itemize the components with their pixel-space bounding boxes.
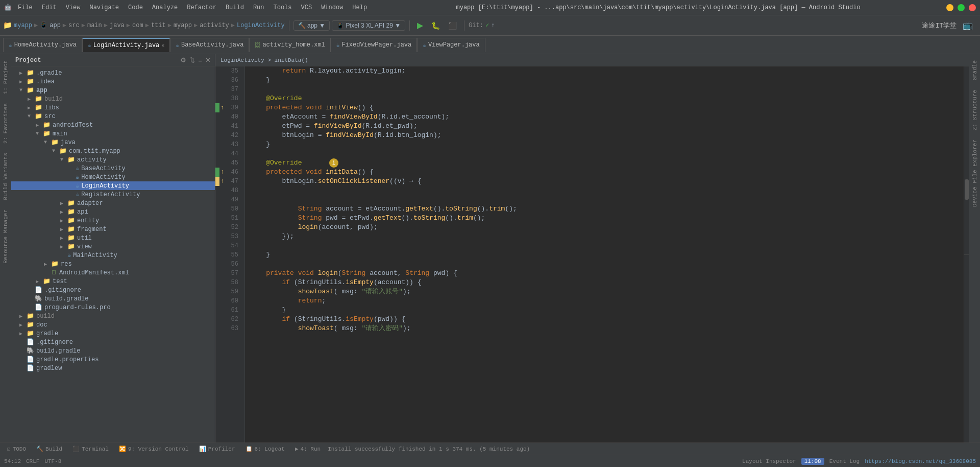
tree-item-api[interactable]: ▶ 📁 api xyxy=(11,207,215,216)
tree-item-build[interactable]: ▶ 📁 build xyxy=(11,95,215,103)
title-bar-controls[interactable] xyxy=(946,4,976,11)
tree-item-idea[interactable]: ▶ 📁 .idea xyxy=(11,77,215,86)
menu-build[interactable]: Build xyxy=(223,3,247,12)
logcat-tab[interactable]: 📋 6: Logcat xyxy=(242,443,288,455)
sidebar-tab-build-variants[interactable]: Build Variants xyxy=(1,149,10,204)
status-position[interactable]: 54:12 xyxy=(4,458,21,464)
tree-item-util[interactable]: ▶ 📁 util xyxy=(11,233,215,242)
tree-item-build-root[interactable]: ▶ 📁 build xyxy=(11,312,215,320)
tree-item-baseactivity[interactable]: ▶ ☕ BaseActivity xyxy=(11,164,215,173)
build-tab[interactable]: 🔨 Build xyxy=(33,443,65,455)
menu-help[interactable]: Help xyxy=(349,3,370,12)
menu-file[interactable]: File xyxy=(15,3,36,12)
tab-baseactivity[interactable]: ☕ BaseActivity.java xyxy=(170,38,249,52)
tab-viewpager[interactable]: ☕ ViewPager.java xyxy=(417,38,485,52)
sidebar-tab-project[interactable]: 1: Project xyxy=(1,56,10,98)
tree-item-gradle-properties[interactable]: ▶ 📄 gradle.properties xyxy=(11,355,215,364)
menu-view[interactable]: View xyxy=(63,3,84,12)
status-layout-inspector[interactable]: Layout Inspector xyxy=(742,458,796,464)
profiler-tab[interactable]: 📊 Profiler xyxy=(196,443,238,455)
tree-item-adapter[interactable]: ▶ 📁 adapter xyxy=(11,199,215,207)
tree-item-entity[interactable]: ▶ 📁 entity xyxy=(11,216,215,225)
tree-item-homeactivity[interactable]: ▶ ☕ HomeActivity xyxy=(11,173,215,181)
tree-item-gradle-hidden[interactable]: ▶ 📁 .gradle xyxy=(11,68,215,77)
menu-code[interactable]: Code xyxy=(125,3,146,12)
file-icon: 📄 xyxy=(27,338,34,346)
tree-item-build-gradle-root[interactable]: ▶ 🐘 build.gradle xyxy=(11,346,215,355)
version-control-tab[interactable]: 🔀 9: Version Control xyxy=(116,443,192,455)
run-tab[interactable]: ▶ 4: Run xyxy=(292,443,324,455)
tree-item-fragment[interactable]: ▶ 📁 fragment xyxy=(11,225,215,233)
menu-refactor[interactable]: Refactor xyxy=(184,3,219,12)
xml-file-icon: 🗒 xyxy=(51,269,57,276)
tree-item-loginactivity[interactable]: ▶ ☕ LoginActivity xyxy=(11,181,215,190)
editor-content[interactable]: 35 36 37 38 ↑39 40 41 42 43 44 45 ↑46 ↑4… xyxy=(215,66,969,442)
terminal-tab[interactable]: ⬛ Terminal xyxy=(69,443,112,455)
status-event-log[interactable]: Event Log xyxy=(829,458,860,464)
tree-item-app[interactable]: ▼ 📁 app xyxy=(11,86,215,95)
debug-button[interactable]: 🐛 xyxy=(428,20,443,31)
status-blog-link[interactable]: https://blog.csdn.net/qq_33608085 xyxy=(865,458,976,464)
tree-item-registeractivity[interactable]: ▶ ☕ RegisterActivity xyxy=(11,190,215,199)
tab-fixedviewpager[interactable]: ☕ FixedViewPager.java xyxy=(331,38,417,52)
tree-item-gitignore-app[interactable]: ▶ 📄 .gitignore xyxy=(11,286,215,294)
sidebar-tab-favorites[interactable]: 2: Favorites xyxy=(1,99,10,148)
menu-window[interactable]: Window xyxy=(318,3,346,12)
sidebar-tab-gradle[interactable]: Gradle xyxy=(970,56,979,85)
run-button[interactable]: ▶ xyxy=(414,19,426,31)
tree-item-mainactivity[interactable]: ▶ ☕ MainActivity xyxy=(11,251,215,260)
tree-item-androidmanifest[interactable]: ▶ 🗒 AndroidManifest.xml xyxy=(11,268,215,277)
menu-tools[interactable]: Tools xyxy=(271,3,295,12)
panel-close-icon[interactable]: ✕ xyxy=(205,56,211,64)
tab-activity-home-xml[interactable]: 🖼 activity_home.xml xyxy=(249,38,330,52)
device-selector-button[interactable]: 📱 Pixel 3 XL API 29 ▼ xyxy=(332,20,405,31)
stop-button[interactable]: ⬛ xyxy=(445,20,460,31)
status-line-sep[interactable]: CRLF xyxy=(26,458,39,464)
folder-icon: 📁 xyxy=(59,147,67,155)
panel-gear-icon[interactable]: ≡ xyxy=(198,56,202,64)
sidebar-tab-resource-manager[interactable]: Resource Manager xyxy=(1,205,10,268)
tree-item-main[interactable]: ▼ 📁 main xyxy=(11,129,215,138)
tree-item-doc[interactable]: ▶ 📁 doc xyxy=(11,320,215,329)
toolbar-src-label: src xyxy=(68,22,80,29)
panel-settings-icon[interactable]: ⚙ xyxy=(180,56,186,64)
tree-item-java[interactable]: ▼ 📁 java xyxy=(11,138,215,147)
menu-navigate[interactable]: Navigate xyxy=(86,3,122,12)
tree-item-libs[interactable]: ▶ 📁 libs xyxy=(11,103,215,112)
run-config-button[interactable]: 🔨 app ▼ xyxy=(293,20,330,31)
tab-loginactivity[interactable]: ☕ LoginActivity.java ✕ xyxy=(82,38,170,52)
tree-item-res[interactable]: ▶ 📁 res xyxy=(11,260,215,268)
tree-item-androidtest[interactable]: ▶ 📁 androidTest xyxy=(11,121,215,129)
sidebar-tab-z-structure[interactable]: Z: Structure xyxy=(970,86,979,134)
tree-label: adapter xyxy=(77,200,103,207)
status-encoding[interactable]: UTF-8 xyxy=(44,458,61,464)
sidebar-tab-device-file-explorer[interactable]: Device File Explorer xyxy=(970,135,979,211)
menu-analyze[interactable]: Analyze xyxy=(149,3,181,12)
panel-sort-icon[interactable]: ⇅ xyxy=(189,56,195,64)
tree-item-src[interactable]: ▼ 📁 src xyxy=(11,112,215,121)
minimize-button[interactable] xyxy=(946,4,953,11)
menu-run[interactable]: Run xyxy=(250,3,267,12)
menu-edit[interactable]: Edit xyxy=(39,3,60,12)
maximize-button[interactable] xyxy=(958,4,965,11)
tree-label: gradlew xyxy=(36,365,62,372)
tree-item-build-gradle-app[interactable]: ▶ 🐘 build.gradle xyxy=(11,294,215,303)
gutter-35: 35 xyxy=(219,66,241,76)
tree-item-gradle-root[interactable]: ▶ 📁 gradle xyxy=(11,329,215,338)
tree-item-com-ttit-myapp[interactable]: ▼ 📁 com.ttit.myapp xyxy=(11,147,215,155)
code-line-42: btnLogin = findViewById(R.id.btn_login); xyxy=(245,131,964,140)
tree-item-gitignore-root[interactable]: ▶ 📄 .gitignore xyxy=(11,338,215,346)
menu-vcs[interactable]: VCS xyxy=(298,3,315,12)
editor-scrollbar[interactable] xyxy=(964,66,969,442)
code-editor[interactable]: return R.layout.activity_login; } @Overr… xyxy=(245,66,964,442)
tree-item-proguard[interactable]: ▶ 📄 proguard-rules.pro xyxy=(11,303,215,312)
tab-homeactivity[interactable]: ☕ HomeActivity.java xyxy=(3,38,82,52)
todo-tab[interactable]: ☑ TODO xyxy=(4,443,29,455)
tab-loginactivity-close[interactable]: ✕ xyxy=(161,42,164,49)
tree-item-test[interactable]: ▶ 📁 test xyxy=(11,277,215,286)
tree-item-activity[interactable]: ▼ 📁 activity xyxy=(11,155,215,164)
tree-item-gradlew[interactable]: ▶ 📄 gradlew xyxy=(11,364,215,372)
gutter-50: 50 xyxy=(219,204,241,214)
tree-item-view[interactable]: ▶ 📁 view xyxy=(11,242,215,251)
close-button[interactable] xyxy=(969,4,976,11)
